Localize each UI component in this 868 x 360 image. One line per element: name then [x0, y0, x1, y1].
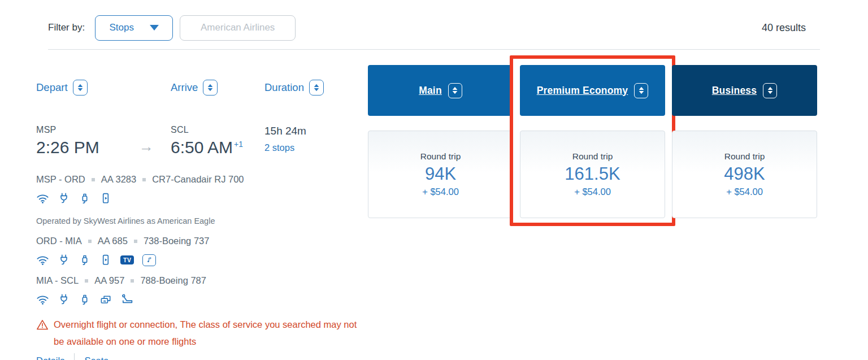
segment-route-text: MIA - SCL [36, 275, 79, 286]
separator-square [142, 178, 146, 181]
segment-route: MIA - SCL AA 957 788-Boeing 787 [36, 275, 368, 286]
segment-route-text: MSP - ORD [36, 174, 85, 185]
wifi-icon [36, 254, 49, 267]
amenities-row: TV [36, 253, 368, 267]
miles-price: 498K [724, 164, 765, 184]
segment-flight-number: AA 3283 [101, 174, 136, 185]
trip-type-label: Round trip [724, 151, 765, 162]
segment-aircraft: CR7-Canadair RJ 700 [152, 174, 244, 185]
segment-aircraft: 738-Boeing 737 [144, 236, 210, 246]
warning-icon [36, 319, 49, 331]
details-link[interactable]: Details [36, 355, 64, 360]
results-count: 40 results [762, 22, 806, 34]
airline-filter-button[interactable]: American Airlines [180, 15, 296, 41]
cabin-label: Main [419, 85, 442, 97]
highlight-red-border: Premium Economy Round trip 161.5K + $54.… [510, 55, 675, 226]
flight-info-column: Depart Arrive Duration MSP 2:26 PM → SCL… [36, 65, 368, 360]
chevron-down-icon [150, 25, 159, 31]
segment-route: ORD - MIA AA 685 738-Boeing 737 [36, 236, 368, 246]
segment-flight-number: AA 957 [94, 275, 124, 286]
airline-filter-label: American Airlines [201, 22, 275, 33]
filter-by-label: Filter by: [48, 22, 85, 33]
sort-icon[interactable] [634, 83, 648, 98]
live-tv-icon: TV [120, 255, 134, 265]
arrive-block: SCL 6:50 AM+1 [171, 125, 264, 157]
sort-depart-label: Depart [36, 81, 68, 94]
trip-type-label: Round trip [420, 151, 461, 162]
trip-type-label: Round trip [572, 151, 613, 162]
sort-icon[interactable] [73, 80, 88, 96]
fare-card-main[interactable]: Round trip 94K + $54.00 [368, 131, 513, 218]
depart-time: 2:26 PM [36, 138, 122, 157]
warning-text: Overnight flight or connection, The clas… [54, 316, 368, 350]
music-icon [142, 254, 156, 266]
filter-bar: Filter by: Stops American Airlines 40 re… [0, 0, 868, 40]
separator-square [92, 178, 95, 181]
origin-code: MSP [36, 125, 122, 135]
amenities-row [36, 192, 368, 205]
sort-duration-label: Duration [264, 81, 304, 94]
flight-times-row: MSP 2:26 PM → SCL 6:50 AM+1 15h 24m 2 st… [36, 125, 368, 157]
cash-price: + $54.00 [574, 186, 611, 197]
personal-device-entertainment-icon [99, 254, 112, 266]
cash-price: + $54.00 [422, 186, 459, 197]
cabin-header-premium-economy[interactable]: Premium Economy [520, 65, 665, 116]
stops-filter-label: Stops [109, 22, 133, 33]
operated-by-text: Operated by SkyWest Airlines as American… [36, 216, 368, 225]
duration-block: 15h 24m 2 stops [264, 125, 368, 157]
segment-flight-number: AA 685 [98, 236, 128, 246]
flight-arrow-icon: → [122, 125, 171, 157]
miles-price: 161.5K [565, 164, 620, 184]
fare-column-business: Business Round trip 498K + $54.00 [672, 65, 817, 218]
usb-icon [79, 192, 91, 205]
stops-link[interactable]: 2 stops [264, 142, 368, 153]
duration-value: 15h 24m [264, 125, 368, 137]
power-outlet-icon [58, 293, 70, 306]
amenities-row [36, 293, 368, 306]
stops-filter-dropdown[interactable]: Stops [95, 15, 173, 41]
day-offset: +1 [234, 140, 243, 149]
cash-price: + $54.00 [726, 186, 763, 197]
sort-icon[interactable] [763, 83, 777, 98]
depart-block: MSP 2:26 PM [36, 125, 122, 157]
sort-duration[interactable]: Duration [264, 80, 368, 96]
sort-icon[interactable] [203, 80, 218, 96]
fare-columns: Main Round trip 94K + $54.00 Premium Eco… [368, 65, 817, 218]
miles-price: 94K [425, 164, 456, 184]
power-outlet-icon [58, 254, 70, 266]
usb-icon [79, 293, 91, 306]
sort-arrive-label: Arrive [171, 81, 198, 94]
sort-header-row: Depart Arrive Duration [36, 80, 368, 96]
separator-square [85, 279, 88, 283]
separator-square [131, 279, 134, 283]
segments-list: MSP - ORD AA 3283 CR7-Canadair RJ 700 Op… [36, 174, 368, 360]
cabin-label: Premium Economy [537, 85, 628, 97]
sort-icon[interactable] [309, 80, 324, 96]
fare-card-business[interactable]: Round trip 498K + $54.00 [672, 131, 817, 218]
overnight-warning: Overnight flight or connection, The clas… [36, 316, 368, 350]
sort-icon[interactable] [448, 83, 462, 98]
fare-column-premium-economy: Premium Economy Round trip 161.5K + $54.… [520, 65, 665, 218]
arrive-time: 6:50 AM+1 [171, 138, 264, 157]
cabin-header-business[interactable]: Business [672, 65, 817, 116]
fare-card-premium-economy[interactable]: Round trip 161.5K + $54.00 [520, 131, 665, 218]
wifi-icon [36, 192, 49, 205]
cabin-label: Business [712, 85, 757, 97]
flight-result-row: Depart Arrive Duration MSP 2:26 PM → SCL… [0, 50, 868, 360]
link-divider [74, 353, 75, 360]
separator-square [88, 240, 92, 243]
segment-aircraft: 788-Boeing 787 [140, 275, 206, 286]
row-links: Details Seats [36, 353, 368, 360]
fare-column-main: Main Round trip 94K + $54.00 [368, 65, 513, 218]
sort-arrive[interactable]: Arrive [171, 80, 264, 96]
wifi-icon [36, 293, 49, 306]
on-demand-entertainment-icon [99, 293, 112, 306]
sort-depart[interactable]: Depart [36, 80, 171, 96]
lie-flat-seat-icon [121, 293, 134, 306]
cabin-header-main[interactable]: Main [368, 65, 513, 116]
segment-route-text: ORD - MIA [36, 236, 82, 246]
personal-device-entertainment-icon [99, 192, 112, 205]
usb-icon [79, 254, 91, 266]
seats-link[interactable]: Seats [84, 355, 108, 360]
power-outlet-icon [58, 192, 70, 205]
